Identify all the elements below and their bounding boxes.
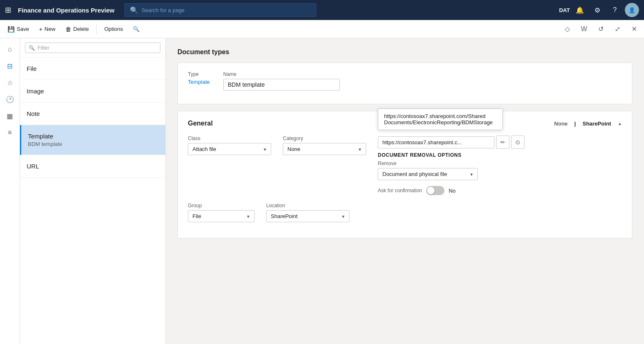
diamond-icon[interactable]: ◇	[561, 23, 574, 36]
group-field: Group File Image Note ▼	[188, 203, 255, 222]
name-label: Name	[223, 71, 340, 77]
list-item-url[interactable]: URL	[20, 155, 165, 178]
content-area: Document types Type Template Name Genera…	[166, 38, 644, 344]
delete-button[interactable]: 🗑 Delete	[61, 24, 93, 34]
list-item-image[interactable]: Image	[20, 80, 165, 103]
type-value[interactable]: Template	[188, 79, 210, 85]
list-item-sub: BDM template	[28, 141, 159, 147]
sidebar-list-icon[interactable]: ≡	[2, 125, 17, 140]
url-more-button[interactable]: ⊙	[511, 136, 524, 149]
env-label: DAT	[559, 7, 570, 13]
url-input[interactable]	[378, 136, 494, 148]
delete-icon: 🗑	[65, 26, 71, 33]
sidebar-star-icon[interactable]: ☆	[2, 75, 17, 90]
doc-removal: DOCUMENT REMOVAL OPTIONS Remove Document…	[378, 152, 536, 195]
help-icon[interactable]: ?	[607, 3, 622, 18]
refresh-icon[interactable]: ↺	[594, 23, 607, 36]
close-icon[interactable]: ✕	[627, 23, 641, 36]
search-box: 🔍	[125, 3, 316, 17]
category-field: Category None Category A ▼	[283, 136, 366, 195]
sidebar-grid-icon[interactable]: ▦	[2, 108, 17, 123]
category-select[interactable]: None Category A	[283, 143, 366, 155]
word-icon[interactable]: W	[577, 23, 591, 36]
settings-icon[interactable]: ⚙	[590, 3, 605, 18]
class-label: Class	[188, 136, 271, 141]
ask-confirmation-label: Ask for confirmation	[378, 188, 422, 193]
top-nav-right: DAT 🔔 ⚙ ? 👤	[559, 3, 639, 18]
list-item-label: Template	[28, 133, 159, 140]
sidebar-icons: ⌂ ⊟ ☆ 🕐 ▦ ≡	[0, 38, 20, 344]
location-label: Location	[266, 203, 349, 208]
confirm-row: Ask for confirmation No	[378, 186, 536, 195]
filter-input[interactable]	[37, 45, 157, 51]
general-card: General None | SharePoint ▲ Class Attach…	[177, 111, 632, 239]
ask-confirmation-toggle[interactable]	[426, 186, 444, 195]
doc-removal-title: DOCUMENT REMOVAL OPTIONS	[378, 152, 536, 158]
location-select-wrapper: SharePoint Azure Blob Database ▼	[266, 210, 349, 222]
sidebar-clock-icon[interactable]: 🕐	[2, 92, 17, 107]
group-select-wrapper: File Image Note ▼	[188, 210, 255, 222]
section-title: Document types	[177, 48, 632, 56]
doc-types-row: Type Template Name	[188, 71, 622, 90]
type-label: Type	[188, 71, 210, 77]
right-section: https://contosoax7.sharepoint.com/Shared…	[378, 136, 536, 195]
avatar[interactable]: 👤	[625, 3, 639, 17]
search-input[interactable]	[142, 7, 311, 13]
sidebar-home-icon[interactable]: ⌂	[2, 42, 17, 57]
search-filter-button[interactable]: 🔍	[129, 24, 144, 34]
tab-sharepoint[interactable]: SharePoint	[582, 121, 611, 127]
tooltip-line2: Documents/ElectronicReporting/BDMStorage	[384, 119, 497, 126]
general-title: General	[188, 120, 213, 127]
toolbar-right: ◇ W ↺ ⤢ ✕	[561, 23, 641, 36]
url-input-row: ✏ ⊙	[378, 136, 536, 149]
group-label: Group	[188, 203, 255, 208]
ask-confirmation-value: No	[449, 188, 456, 194]
remove-select[interactable]: Document and physical file Document only…	[378, 168, 478, 180]
save-icon: 💾	[7, 26, 15, 33]
class-select[interactable]: Attach file Simple note URL	[188, 143, 271, 155]
save-button[interactable]: 💾 Save	[3, 24, 33, 34]
search-icon: 🔍	[130, 6, 138, 14]
app-grid-icon[interactable]: ⊞	[5, 5, 11, 15]
url-edit-button[interactable]: ✏	[496, 136, 509, 149]
location-select[interactable]: SharePoint Azure Blob Database	[266, 210, 349, 222]
filter-icon: 🔍	[29, 45, 35, 51]
tab-none[interactable]: None	[554, 121, 568, 127]
general-header-right: None | SharePoint ▲	[554, 121, 622, 127]
app-title: Finance and Operations Preview	[18, 7, 115, 14]
url-area: https://contosoax7.sharepoint.com/Shared…	[378, 136, 536, 149]
type-field: Type Template	[188, 71, 210, 85]
tooltip-line1: https://contosoax7.sharepoint.com/Shared	[384, 113, 497, 119]
class-field: Class Attach file Simple note URL ▼	[188, 136, 271, 195]
name-field: Name	[223, 71, 340, 90]
list-item-file[interactable]: File	[20, 58, 165, 80]
list-item-template[interactable]: Template BDM template	[20, 125, 165, 155]
new-icon: +	[39, 26, 42, 33]
notification-icon[interactable]: 🔔	[572, 3, 587, 18]
list-items: File Image Note Template BDM template UR…	[20, 58, 165, 344]
collapse-icon[interactable]: ▲	[618, 121, 622, 126]
expand-icon[interactable]: ⤢	[611, 23, 624, 36]
list-panel-header: 🔍	[20, 38, 165, 58]
remove-label: Remove	[378, 161, 536, 166]
main-layout: ⌂ ⊟ ☆ 🕐 ▦ ≡ 🔍 File Image Note Template	[0, 38, 644, 344]
name-input[interactable]	[223, 79, 340, 90]
toolbar: 💾 Save + New 🗑 Delete Options 🔍 ◇ W ↺ ⤢ …	[0, 20, 644, 38]
options-button[interactable]: Options	[100, 24, 127, 34]
group-select[interactable]: File Image Note	[188, 210, 255, 222]
url-tooltip: https://contosoax7.sharepoint.com/Shared…	[378, 108, 503, 130]
category-select-wrapper: None Category A ▼	[283, 143, 366, 155]
toolbar-divider	[96, 24, 97, 34]
location-field: Location SharePoint Azure Blob Database …	[266, 203, 349, 222]
options-label: Options	[104, 26, 123, 32]
list-item-note[interactable]: Note	[20, 103, 165, 125]
search-filter-icon: 🔍	[133, 26, 140, 32]
remove-select-wrapper: Document and physical file Document only…	[378, 168, 478, 180]
sidebar-filter-icon[interactable]: ⊟	[2, 58, 17, 73]
class-select-wrapper: Attach file Simple note URL ▼	[188, 143, 271, 155]
save-label: Save	[17, 26, 29, 32]
new-label: New	[45, 26, 55, 32]
doc-types-card: Type Template Name	[177, 63, 632, 104]
list-panel: 🔍 File Image Note Template BDM template …	[20, 38, 166, 344]
new-button[interactable]: + New	[35, 24, 60, 34]
